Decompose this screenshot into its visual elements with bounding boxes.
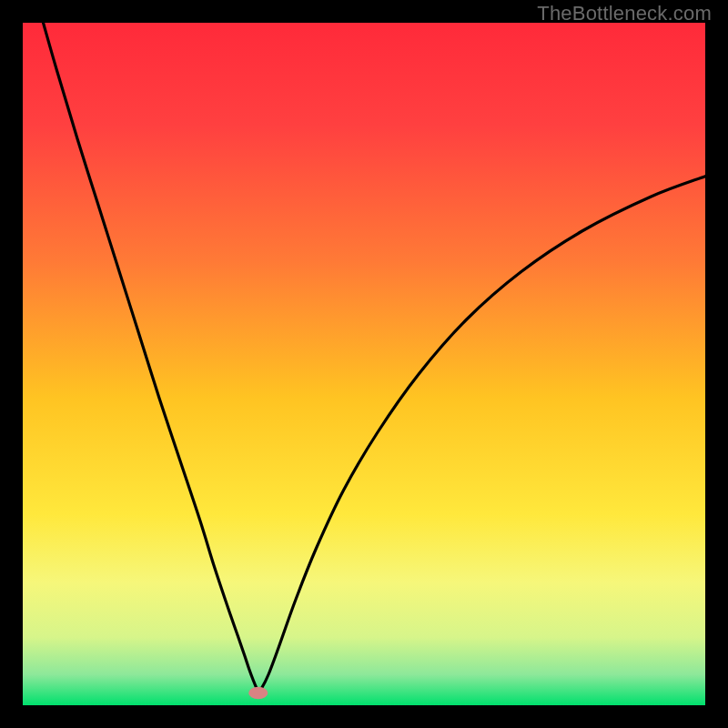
minimum-marker bbox=[248, 687, 268, 700]
chart-frame: TheBottleneck.com bbox=[0, 0, 728, 728]
plot-area bbox=[23, 23, 705, 705]
gradient-background bbox=[23, 23, 705, 705]
bottleneck-chart bbox=[23, 23, 705, 705]
watermark-text: TheBottleneck.com bbox=[537, 2, 712, 25]
